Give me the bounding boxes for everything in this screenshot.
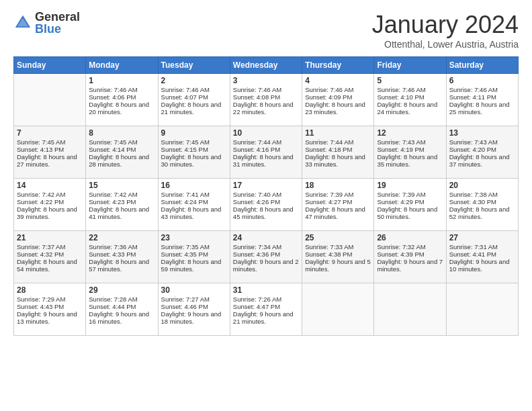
sunrise-text: Sunrise: 7:42 AM (89, 191, 154, 198)
sunset-text: Sunset: 4:33 PM (89, 250, 154, 258)
day-number: 20 (449, 181, 515, 190)
sunset-text: Sunset: 4:24 PM (161, 198, 227, 205)
sunrise-text: Sunrise: 7:43 AM (377, 138, 443, 146)
calendar-cell: 10Sunrise: 7:44 AMSunset: 4:16 PMDayligh… (230, 126, 302, 179)
sunset-text: Sunset: 4:46 PM (161, 303, 227, 310)
day-number: 7 (17, 128, 83, 138)
sunrise-text: Sunrise: 7:46 AM (305, 86, 371, 93)
day-number: 26 (377, 233, 443, 242)
day-number: 1 (89, 76, 154, 85)
sunset-text: Sunset: 4:27 PM (305, 198, 371, 205)
week-row-5: 28Sunrise: 7:29 AMSunset: 4:43 PMDayligh… (14, 283, 519, 336)
day-number: 6 (449, 76, 515, 85)
sunrise-text: Sunrise: 7:45 AM (89, 138, 154, 146)
sunset-text: Sunset: 4:41 PM (449, 250, 515, 258)
sunset-text: Sunset: 4:18 PM (305, 146, 371, 153)
sunrise-text: Sunrise: 7:27 AM (161, 295, 227, 303)
sunrise-text: Sunrise: 7:29 AM (17, 295, 83, 303)
daylight-text: Daylight: 9 hours and 13 minutes. (17, 310, 83, 325)
weekday-header-tuesday: Tuesday (158, 57, 230, 74)
day-number: 17 (233, 181, 299, 190)
sunset-text: Sunset: 4:35 PM (161, 250, 227, 258)
sunrise-text: Sunrise: 7:31 AM (449, 243, 515, 250)
daylight-text: Daylight: 8 hours and 47 minutes. (305, 205, 371, 220)
calendar-cell: 14Sunrise: 7:42 AMSunset: 4:22 PMDayligh… (14, 179, 86, 231)
sunset-text: Sunset: 4:30 PM (449, 198, 515, 205)
calendar-cell: 6Sunrise: 7:46 AMSunset: 4:11 PMDaylight… (446, 74, 518, 126)
calendar-cell: 26Sunrise: 7:32 AMSunset: 4:39 PMDayligh… (374, 231, 446, 283)
calendar-cell: 17Sunrise: 7:40 AMSunset: 4:26 PMDayligh… (230, 179, 302, 231)
calendar-cell: 25Sunrise: 7:33 AMSunset: 4:38 PMDayligh… (302, 231, 374, 283)
day-number: 19 (377, 181, 443, 190)
calendar-cell: 20Sunrise: 7:38 AMSunset: 4:30 PMDayligh… (446, 179, 518, 231)
calendar-cell: 18Sunrise: 7:39 AMSunset: 4:27 PMDayligh… (302, 179, 374, 231)
day-number: 11 (305, 128, 371, 138)
day-number: 14 (17, 181, 83, 190)
sunset-text: Sunset: 4:16 PM (233, 146, 299, 153)
day-number: 8 (89, 128, 154, 138)
daylight-text: Daylight: 9 hours and 16 minutes. (89, 310, 154, 325)
week-row-4: 21Sunrise: 7:37 AMSunset: 4:32 PMDayligh… (14, 231, 519, 283)
daylight-text: Daylight: 9 hours and 21 minutes. (233, 310, 299, 325)
calendar-cell: 4Sunrise: 7:46 AMSunset: 4:09 PMDaylight… (302, 74, 374, 126)
day-number: 21 (17, 233, 83, 242)
daylight-text: Daylight: 8 hours and 24 minutes. (377, 101, 443, 116)
sunset-text: Sunset: 4:19 PM (377, 146, 443, 153)
day-number: 29 (89, 285, 154, 295)
weekday-header-monday: Monday (86, 57, 158, 74)
day-number: 30 (161, 285, 227, 295)
calendar-cell: 2Sunrise: 7:46 AMSunset: 4:07 PMDaylight… (158, 74, 230, 126)
sunrise-text: Sunrise: 7:41 AM (161, 191, 227, 198)
sunset-text: Sunset: 4:11 PM (449, 93, 515, 101)
logo-icon (13, 13, 32, 32)
sunrise-text: Sunrise: 7:45 AM (17, 138, 83, 146)
week-row-2: 7Sunrise: 7:45 AMSunset: 4:13 PMDaylight… (14, 126, 519, 179)
calendar-cell: 9Sunrise: 7:45 AMSunset: 4:15 PMDaylight… (158, 126, 230, 179)
sunrise-text: Sunrise: 7:42 AM (17, 191, 83, 198)
sunrise-text: Sunrise: 7:45 AM (161, 138, 227, 146)
sunset-text: Sunset: 4:44 PM (89, 303, 154, 310)
logo-general: General (35, 11, 80, 23)
calendar-cell: 29Sunrise: 7:28 AMSunset: 4:44 PMDayligh… (86, 283, 158, 336)
day-number: 5 (377, 76, 443, 85)
daylight-text: Daylight: 8 hours and 20 minutes. (89, 101, 154, 116)
day-number: 18 (305, 181, 371, 190)
sunrise-text: Sunrise: 7:46 AM (233, 86, 299, 93)
day-number: 15 (89, 181, 154, 190)
daylight-text: Daylight: 8 hours and 43 minutes. (161, 205, 227, 220)
sunrise-text: Sunrise: 7:26 AM (233, 295, 299, 303)
sunset-text: Sunset: 4:09 PM (305, 93, 371, 101)
calendar-cell (446, 283, 518, 336)
day-number: 23 (161, 233, 227, 242)
daylight-text: Daylight: 8 hours and 30 minutes. (161, 153, 227, 168)
calendar-cell: 7Sunrise: 7:45 AMSunset: 4:13 PMDaylight… (14, 126, 86, 179)
weekday-header-sunday: Sunday (14, 57, 86, 74)
daylight-text: Daylight: 8 hours and 57 minutes. (89, 258, 154, 273)
calendar-cell: 21Sunrise: 7:37 AMSunset: 4:32 PMDayligh… (14, 231, 86, 283)
calendar-cell: 5Sunrise: 7:46 AMSunset: 4:10 PMDaylight… (374, 74, 446, 126)
week-row-3: 14Sunrise: 7:42 AMSunset: 4:22 PMDayligh… (14, 179, 519, 231)
weekday-header-row: SundayMondayTuesdayWednesdayThursdayFrid… (14, 57, 519, 74)
day-number: 25 (305, 233, 371, 242)
calendar-cell (374, 283, 446, 336)
sunrise-text: Sunrise: 7:43 AM (449, 138, 515, 146)
daylight-text: Daylight: 8 hours and 37 minutes. (449, 153, 515, 168)
daylight-text: Daylight: 8 hours and 21 minutes. (161, 101, 227, 116)
weekday-header-friday: Friday (374, 57, 446, 74)
sunrise-text: Sunrise: 7:35 AM (161, 243, 227, 250)
daylight-text: Daylight: 9 hours and 5 minutes. (305, 258, 371, 273)
header: General Blue January 2024 Ottenthal, Low… (13, 11, 519, 50)
sunset-text: Sunset: 4:47 PM (233, 303, 299, 310)
day-number: 10 (233, 128, 299, 138)
calendar-cell: 19Sunrise: 7:39 AMSunset: 4:29 PMDayligh… (374, 179, 446, 231)
month-title: January 2024 (372, 11, 519, 39)
sunset-text: Sunset: 4:08 PM (233, 93, 299, 101)
daylight-text: Daylight: 9 hours and 7 minutes. (377, 258, 443, 273)
daylight-text: Daylight: 8 hours and 54 minutes. (17, 258, 83, 273)
day-number: 2 (161, 76, 227, 85)
calendar-cell: 24Sunrise: 7:34 AMSunset: 4:36 PMDayligh… (230, 231, 302, 283)
logo: General Blue (13, 11, 80, 35)
calendar-cell: 16Sunrise: 7:41 AMSunset: 4:24 PMDayligh… (158, 179, 230, 231)
calendar-cell: 8Sunrise: 7:45 AMSunset: 4:14 PMDaylight… (86, 126, 158, 179)
calendar-table: SundayMondayTuesdayWednesdayThursdayFrid… (13, 56, 519, 336)
